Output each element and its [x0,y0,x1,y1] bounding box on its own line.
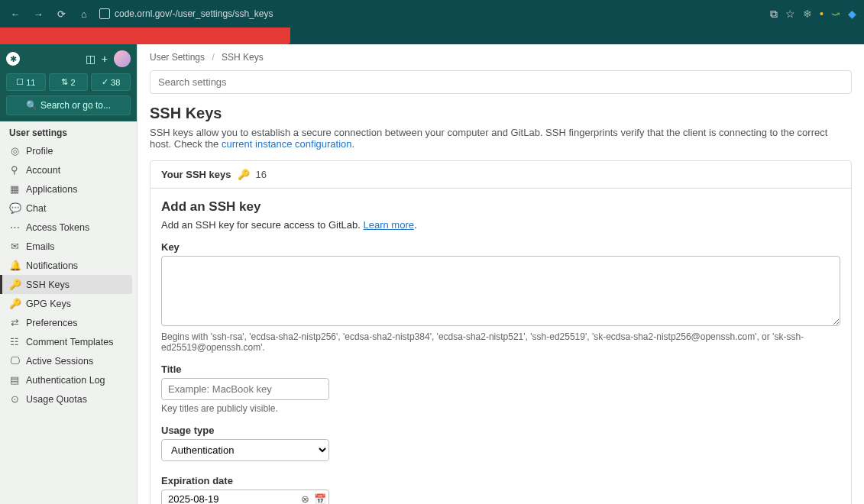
sidebar: ✱ ◫ + ☐11⇅2✓38 🔍Search or go to... User … [0,44,138,504]
key-help-text: Begins with 'ssh-rsa', 'ecdsa-sha2-nistp… [161,331,840,353]
nav-label: Usage Quotas [26,394,87,405]
add-ssh-desc: Add an SSH key for secure access to GitL… [161,219,840,231]
ssh-keys-panel: Your SSH keys 🔑 16 Add an SSH key Add an… [150,160,852,504]
your-keys-label: Your SSH keys [161,169,231,180]
nav-icon: ⋯ [9,221,20,233]
title-label: Title [161,363,840,375]
search-icon: 🔍 [26,100,37,111]
learn-more-link[interactable]: Learn more [363,219,413,231]
nav-label: Notifications [26,260,78,271]
search-settings-input[interactable] [150,70,852,94]
counter-value: 11 [26,78,35,87]
user-avatar[interactable] [114,50,131,67]
nav-icon: ▤ [9,374,20,386]
expiration-label: Expiration date [161,475,840,486]
clear-date-icon[interactable]: ⊗ [301,493,309,504]
ext-1-icon[interactable]: ❄ [803,8,812,20]
sidebar-item-usage-quotas[interactable]: ⊙Usage Quotas [0,389,137,409]
forward-icon[interactable]: → [31,8,46,20]
nav-icon: ◎ [9,145,20,157]
address-bar[interactable]: code.ornl.gov/-/user_settings/ssh_keys [99,8,273,19]
bookmark-bar [0,27,864,44]
collapse-icon[interactable]: ◫ [86,53,95,65]
nav-icon: ✉ [9,241,20,252]
sidebar-item-active-sessions[interactable]: 🖵Active Sessions [0,351,137,370]
expiration-input[interactable] [168,493,296,504]
breadcrumb-root[interactable]: User Settings [150,52,205,63]
nav-icon: 🔑 [9,279,20,290]
url-text: code.ornl.gov/-/user_settings/ssh_keys [115,8,273,19]
counter-value: 38 [111,78,120,87]
nav-label: Active Sessions [26,356,93,367]
nav-icon: 🔔 [9,260,20,271]
sidebar-item-access-tokens[interactable]: ⋯Access Tokens [0,218,137,237]
key-icon: 🔑 [238,169,250,180]
sidebar-item-comment-templates[interactable]: ☷Comment Templates [0,332,137,351]
star-icon[interactable]: ☆ [785,8,795,20]
nav-label: Chat [26,203,46,214]
search-go-button[interactable]: 🔍Search or go to... [6,95,131,115]
nav-label: Comment Templates [26,337,113,347]
counter-button-1[interactable]: ⇅2 [49,73,89,91]
ext-3-icon[interactable]: ⤻ [831,8,840,20]
counter-button-0[interactable]: ☐11 [6,73,46,91]
nav-icon: 🔑 [9,298,20,309]
sidebar-item-notifications[interactable]: 🔔Notifications [0,256,137,275]
key-count: 16 [256,169,267,180]
sidebar-item-chat[interactable]: 💬Chat [0,199,137,218]
counter-icon: ✓ [102,77,108,87]
browser-toolbar: ← → ⟳ ⌂ code.ornl.gov/-/user_settings/ss… [0,0,864,27]
counter-icon: ⇅ [61,77,68,87]
reload-icon[interactable]: ⟳ [53,8,69,20]
nav-label: Access Tokens [26,222,89,233]
usage-type-label: Usage type [161,425,840,436]
breadcrumb: User Settings / SSH Keys [150,52,852,63]
site-info-icon[interactable] [99,8,110,19]
nav-icon: 🖵 [9,355,20,367]
key-label: Key [161,241,840,253]
nav-icon: ▦ [9,183,20,195]
counter-icon: ☐ [16,77,24,87]
usage-type-select[interactable]: Authentication [161,439,329,461]
title-help-text: Key titles are publicly visible. [161,403,840,414]
extension-icon[interactable]: ⧉ [770,8,778,21]
page-title: SSH Keys [150,105,852,122]
nav-label: Authentication Log [26,375,105,386]
sidebar-item-authentication-log[interactable]: ▤Authentication Log [0,370,137,389]
panel-header: Your SSH keys 🔑 16 [150,161,851,189]
sidebar-section-title: User settings [0,121,137,141]
sidebar-item-gpg-keys[interactable]: 🔑GPG Keys [0,294,137,313]
sidebar-item-preferences[interactable]: ⇄Preferences [0,313,137,332]
counter-value: 2 [70,78,75,87]
nav-label: Profile [26,146,53,157]
sidebar-item-profile[interactable]: ◎Profile [0,141,137,160]
sidebar-item-account[interactable]: ⚲Account [0,160,137,179]
nav-label: GPG Keys [26,299,71,309]
nav-icon: 💬 [9,202,20,214]
nav-icon: ⊙ [9,393,20,405]
nav-icon: ⇄ [9,317,20,328]
instance-config-link[interactable]: current instance configuration [222,138,352,150]
home-icon[interactable]: ⌂ [76,8,92,20]
sidebar-item-ssh-keys[interactable]: 🔑SSH Keys [0,275,132,294]
key-textarea[interactable] [161,256,840,326]
counter-button-2[interactable]: ✓38 [91,73,131,91]
add-ssh-title: Add an SSH key [161,199,840,215]
nav-label: Applications [26,184,77,195]
gitlab-logo-icon[interactable]: ✱ [6,52,20,66]
back-icon[interactable]: ← [8,8,23,20]
nav-icon: ☷ [9,336,20,347]
page-description: SSH keys allow you to establish a secure… [150,127,852,150]
ext-2-icon[interactable]: • [820,8,824,20]
sidebar-item-applications[interactable]: ▦Applications [0,179,137,199]
ext-4-icon[interactable]: ◆ [848,8,856,20]
calendar-icon[interactable]: 📅 [314,493,326,504]
title-input[interactable] [161,378,329,400]
plus-icon[interactable]: + [102,53,108,65]
nav-label: Account [26,165,60,176]
redacted-bar [0,27,290,44]
nav-label: Preferences [26,318,77,328]
main-content: User Settings / SSH Keys SSH Keys SSH ke… [138,44,864,504]
sidebar-item-emails[interactable]: ✉Emails [0,237,137,256]
nav-icon: ⚲ [9,164,20,176]
